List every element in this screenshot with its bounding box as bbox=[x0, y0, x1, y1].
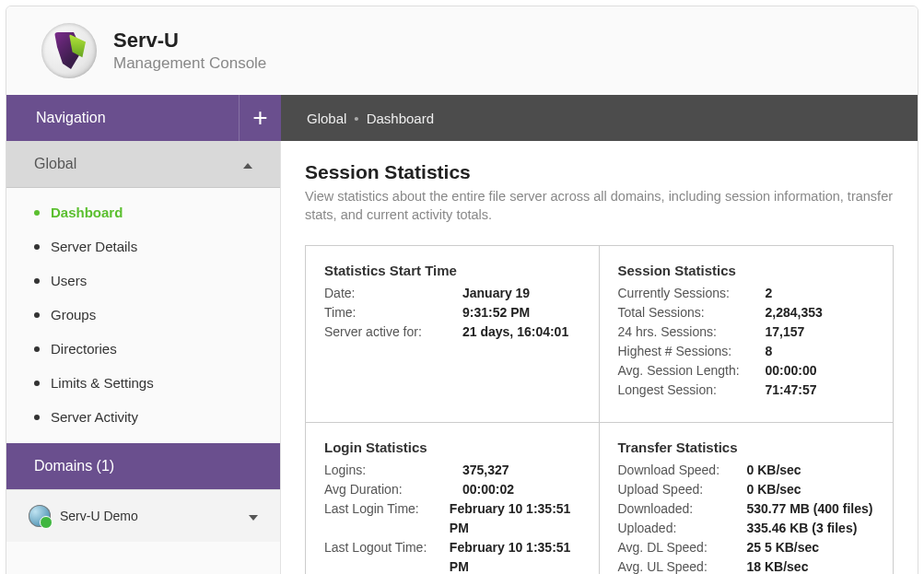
stat-box-transfer: Transfer Statistics Download Speed:0 KB/… bbox=[600, 423, 894, 574]
stats-grid: Statistics Start Time Date:January 19 Ti… bbox=[305, 245, 894, 574]
stat-value: 00:00:02 bbox=[462, 480, 514, 499]
stat-label: Download Speed: bbox=[618, 461, 747, 480]
stat-value: 00:00:00 bbox=[766, 361, 817, 381]
stat-label: 24 hrs. Sessions: bbox=[618, 322, 766, 342]
chevron-down-icon bbox=[249, 509, 258, 523]
stat-label: Avg. DL Speed: bbox=[618, 538, 747, 557]
box-title: Session Statistics bbox=[618, 263, 875, 278]
stat-value: 18 KB/sec bbox=[747, 557, 809, 574]
stat-value: 0 KB/sec bbox=[747, 480, 801, 499]
stat-label: Longest Session: bbox=[618, 381, 766, 400]
stat-label: Currently Sessions: bbox=[618, 284, 766, 303]
brand-subtitle: Management Console bbox=[113, 54, 266, 73]
breadcrumb: Global • Dashboard bbox=[281, 95, 918, 141]
sidebar-section-label: Global bbox=[34, 156, 76, 172]
page-description: View statistics about the entire file se… bbox=[305, 187, 894, 225]
stat-value: 21 days, 16:04:01 bbox=[462, 322, 568, 342]
stat-value: February 10 1:35:51 PM bbox=[450, 538, 580, 574]
breadcrumb-page[interactable]: Dashboard bbox=[367, 111, 434, 126]
sidebar-item-server-activity[interactable]: Server Activity bbox=[6, 400, 280, 434]
app-header: Serv-U Management Console bbox=[6, 6, 918, 95]
page-title: Session Statistics bbox=[305, 161, 894, 183]
domain-name: Serv-U Demo bbox=[60, 509, 138, 523]
stat-value: 375,327 bbox=[462, 461, 509, 480]
stat-value: 2,284,353 bbox=[766, 303, 823, 322]
sidebar-item-directories[interactable]: Directories bbox=[6, 332, 280, 366]
stat-value: 2 bbox=[766, 284, 773, 303]
sidebar-nav-list: Dashboard Server Details Users Groups Di… bbox=[6, 188, 280, 443]
sidebar: Global Dashboard Server Details Users Gr… bbox=[6, 141, 281, 574]
sidebar-section-domains[interactable]: Domains (1) bbox=[6, 443, 280, 489]
globe-icon bbox=[29, 505, 51, 527]
sidebar-section-global[interactable]: Global bbox=[6, 141, 280, 188]
domain-row[interactable]: Serv-U Demo bbox=[6, 489, 280, 542]
stat-label: Last Login Time: bbox=[324, 499, 450, 538]
add-button[interactable]: + bbox=[239, 95, 281, 141]
navigation-label: Navigation bbox=[6, 95, 239, 141]
stat-value: 71:47:57 bbox=[766, 381, 817, 400]
stat-label: Avg. UL Speed: bbox=[618, 557, 747, 574]
main-content: Session Statistics View statistics about… bbox=[281, 141, 918, 574]
stat-label: Upload Speed: bbox=[618, 480, 747, 499]
stat-box-start-time: Statistics Start Time Date:January 19 Ti… bbox=[306, 246, 600, 423]
stat-label: Server active for: bbox=[324, 322, 462, 342]
stat-label: Time: bbox=[324, 303, 462, 322]
stat-value: 25 5 KB/sec bbox=[747, 538, 820, 557]
stat-value: January 19 bbox=[462, 284, 530, 303]
breadcrumb-separator-icon: • bbox=[346, 111, 366, 126]
stat-value: 8 bbox=[766, 342, 773, 361]
stat-label: Uploaded: bbox=[618, 519, 747, 538]
sidebar-item-users[interactable]: Users bbox=[6, 264, 280, 298]
stat-label: Last Logout Time: bbox=[324, 538, 450, 574]
stat-box-login: Login Statistics Logins:375,327 Avg Dura… bbox=[306, 423, 600, 574]
chevron-up-icon bbox=[243, 156, 252, 172]
stat-value: 530.77 MB (400 files) bbox=[747, 499, 873, 519]
stat-value: 17,157 bbox=[766, 322, 805, 342]
stat-value: 9:31:52 PM bbox=[462, 303, 530, 322]
stat-label: Total Sessions: bbox=[618, 303, 766, 322]
sidebar-item-groups[interactable]: Groups bbox=[6, 298, 280, 332]
box-title: Login Statistics bbox=[324, 439, 580, 455]
stat-label: Downloaded: bbox=[618, 499, 747, 519]
navbar: Navigation + Global • Dashboard bbox=[6, 95, 918, 141]
stat-value: 335.46 KB (3 files) bbox=[747, 519, 858, 538]
sidebar-item-server-details[interactable]: Server Details bbox=[6, 229, 280, 264]
stat-label: Avg. Session Length: bbox=[618, 361, 766, 381]
breadcrumb-root[interactable]: Global bbox=[307, 111, 346, 126]
stat-label: Highest # Sessions: bbox=[618, 342, 766, 361]
brand-title: Serv-U bbox=[113, 29, 266, 53]
stat-value: February 10 1:35:51 PM bbox=[450, 499, 580, 538]
box-title: Statistics Start Time bbox=[324, 263, 580, 278]
stat-label: Avg Duration: bbox=[324, 480, 462, 499]
stat-label: Date: bbox=[324, 284, 462, 303]
stat-value: 0 KB/sec bbox=[747, 461, 801, 480]
brand-logo-icon bbox=[41, 23, 97, 78]
stat-label: Logins: bbox=[324, 461, 462, 480]
stat-box-session: Session Statistics Currently Sessions:2 … bbox=[600, 246, 894, 423]
box-title: Transfer Statistics bbox=[618, 439, 875, 455]
sidebar-item-limits-settings[interactable]: Limits & Settings bbox=[6, 366, 280, 400]
sidebar-item-dashboard[interactable]: Dashboard bbox=[6, 195, 280, 229]
